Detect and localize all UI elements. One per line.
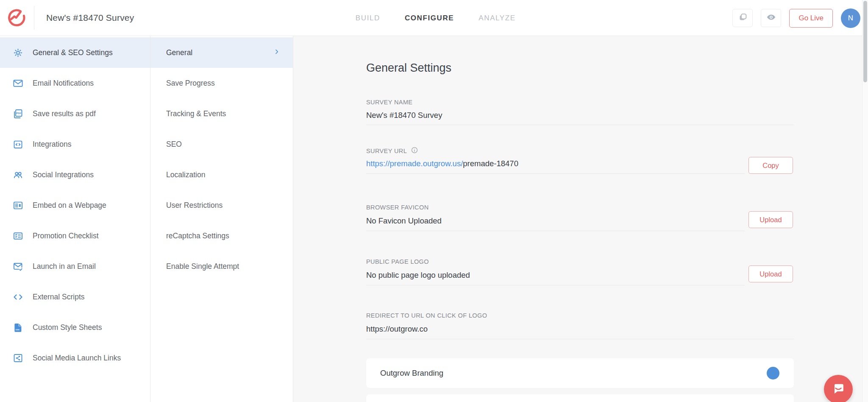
preview-button[interactable] [761, 9, 781, 27]
tab-configure[interactable]: CONFIGURE [405, 14, 454, 22]
sidebar-item-general-seo-settings[interactable]: General & SEO Settings [0, 37, 150, 68]
sidebar-item-label: Social Media Launch Links [33, 354, 121, 363]
submenu-item-label: General [166, 48, 192, 57]
support-chat-button[interactable] [824, 375, 853, 402]
users-icon [11, 168, 24, 181]
public-page-logo-label: PUBLIC PAGE LOGO [366, 258, 429, 265]
sidebar-item-embed-webpage[interactable]: Embed on a Webpage [0, 190, 150, 221]
embed-icon [11, 199, 24, 212]
page-scrollbar-track[interactable] [862, 0, 868, 402]
go-live-button[interactable]: Go Live [789, 9, 833, 28]
outgrow-branding-toggle[interactable] [758, 369, 779, 377]
avatar[interactable]: N [841, 8, 860, 28]
sidebar-item-label: Promotion Checklist [33, 232, 99, 240]
css-file-icon: css [11, 321, 24, 334]
sidebar-item-promotion-checklist[interactable]: Promotion Checklist [0, 221, 150, 251]
sidebar-item-social-integrations[interactable]: Social Integrations [0, 159, 150, 190]
survey-name-underline [366, 125, 794, 125]
outgrow-branding-card: Outgrow Branding [366, 358, 794, 388]
header-divider [34, 6, 34, 30]
submenu-item-label: reCaptcha Settings [166, 232, 229, 240]
toggle-knob [767, 367, 779, 380]
page-scrollbar-thumb[interactable] [863, 1, 867, 82]
tab-build[interactable]: BUILD [356, 14, 380, 22]
survey-name-input[interactable]: New's #18470 Survey [366, 111, 442, 120]
info-icon[interactable] [411, 146, 418, 155]
code-icon [11, 290, 24, 303]
submenu-item-label: Tracking & Events [166, 109, 226, 118]
submenu-item-tracking-events[interactable]: Tracking & Events [150, 98, 293, 129]
chat-bubble-icon [831, 381, 846, 398]
redirect-url-label: REDIRECT TO URL ON CLICK OF LOGO [366, 312, 487, 319]
submenu-item-general[interactable]: General [150, 37, 293, 68]
chevron-right-icon [273, 48, 280, 57]
sidebar-item-label: General & SEO Settings [33, 48, 113, 57]
sidebar-item-launch-email[interactable]: Launch in an Email [0, 251, 150, 282]
sidebar-item-integrations[interactable]: Integrations [0, 129, 150, 159]
survey-url-link[interactable]: https://premade.outgrow.us/ [366, 159, 463, 168]
browser-favicon-underline [366, 231, 745, 231]
sidebar-item-label: Email Notifications [33, 79, 94, 88]
submenu-item-save-progress[interactable]: Save Progress [150, 68, 293, 98]
integrations-icon [11, 138, 24, 151]
pdf-icon: PDF [11, 107, 24, 120]
survey-url-value: https://premade.outgrow.us/premade-18470 [366, 159, 518, 168]
general-settings-panel: General Settings SURVEY NAME New's #1847… [293, 36, 868, 402]
submenu-item-label: Save Progress [166, 79, 215, 88]
sidebar-item-label: Save results as pdf [33, 109, 96, 118]
envelope-icon [11, 77, 24, 89]
sidebar-item-label: External Scripts [33, 293, 85, 302]
checklist-icon [11, 229, 24, 242]
submenu-item-label: User Restrictions [166, 201, 223, 210]
tab-analyze[interactable]: ANALYZE [479, 14, 515, 22]
submenu-item-label: Enable Single Attempt [166, 262, 239, 271]
public-page-logo-underline [366, 285, 745, 285]
browser-favicon-label: BROWSER FAVICON [366, 204, 429, 211]
mode-tabs: BUILD CONFIGURE ANALYZE [356, 0, 516, 36]
sidebar-item-social-media-launch-links[interactable]: Social Media Launch Links [0, 343, 150, 373]
share-icon [11, 352, 24, 364]
submenu-item-user-restrictions[interactable]: User Restrictions [150, 190, 293, 221]
sidebar-item-custom-style-sheets[interactable]: css Custom Style Sheets [0, 312, 150, 343]
upload-logo-button[interactable]: Upload [748, 265, 793, 282]
sidebar-item-external-scripts[interactable]: External Scripts [0, 282, 150, 312]
submenu-item-enable-single-attempt[interactable]: Enable Single Attempt [150, 251, 293, 282]
survey-url-label: SURVEY URL [366, 146, 418, 155]
sidebar-item-label: Custom Style Sheets [33, 323, 102, 332]
survey-url-slug[interactable]: premade-18470 [463, 159, 518, 168]
clone-icon [737, 12, 748, 25]
copy-url-button[interactable]: Copy [748, 157, 793, 174]
sidebar-item-save-results-pdf[interactable]: PDF Save results as pdf [0, 98, 150, 129]
sidebar-item-label: Integrations [33, 140, 71, 149]
submenu-item-recaptcha-settings[interactable]: reCaptcha Settings [150, 221, 293, 251]
submenu-item-localization[interactable]: Localization [150, 159, 293, 190]
svg-text:css: css [15, 328, 19, 331]
sidebar-item-label: Launch in an Email [33, 262, 96, 271]
outgrow-branding-label: Outgrow Branding [380, 368, 443, 378]
clone-view-button[interactable] [732, 9, 753, 27]
page-title: General Settings [366, 61, 451, 75]
svg-text:PDF: PDF [16, 112, 21, 114]
top-header: New's #18470 Survey BUILD CONFIGURE ANAL… [0, 0, 868, 36]
outgrow-logo-icon[interactable] [6, 6, 28, 30]
redirect-url-input[interactable]: https://outgrow.co [366, 324, 428, 334]
header-actions: Go Live N [732, 0, 860, 36]
next-settings-card [366, 394, 794, 402]
submenu-item-seo[interactable]: SEO [150, 129, 293, 159]
sidebar-item-label: Embed on a Webpage [33, 201, 106, 210]
header-left: New's #18470 Survey [0, 6, 134, 30]
general-seo-submenu: General Save Progress Tracking & Events … [150, 36, 293, 402]
eye-icon [765, 11, 777, 25]
public-page-logo-value: No public page logo uploaded [366, 271, 470, 280]
survey-url-label-text: SURVEY URL [366, 148, 407, 154]
email-launch-icon [11, 260, 24, 273]
sidebar-item-label: Social Integrations [33, 170, 94, 179]
survey-title: New's #18470 Survey [46, 13, 134, 23]
upload-favicon-button[interactable]: Upload [748, 211, 793, 228]
browser-favicon-value: No Favicon Uploaded [366, 216, 442, 226]
gear-icon [11, 46, 24, 59]
submenu-item-label: Localization [166, 170, 205, 179]
survey-url-underline [366, 173, 745, 174]
redirect-url-underline [366, 339, 794, 339]
sidebar-item-email-notifications[interactable]: Email Notifications [0, 68, 150, 98]
